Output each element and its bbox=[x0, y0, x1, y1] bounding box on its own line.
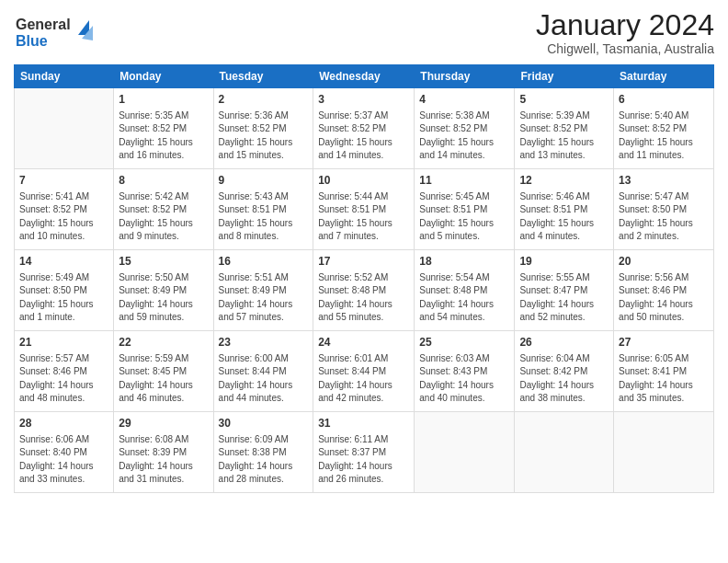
table-row: 15Sunrise: 5:50 AM Sunset: 8:49 PM Dayli… bbox=[114, 250, 213, 331]
day-info: Sunrise: 6:05 AM Sunset: 8:41 PM Dayligh… bbox=[619, 352, 709, 406]
day-number: 7 bbox=[19, 173, 108, 189]
calendar-table: Sunday Monday Tuesday Wednesday Thursday… bbox=[14, 64, 714, 493]
day-info: Sunrise: 5:56 AM Sunset: 8:46 PM Dayligh… bbox=[619, 271, 709, 325]
day-number: 19 bbox=[519, 254, 609, 270]
day-info: Sunrise: 6:11 AM Sunset: 8:37 PM Dayligh… bbox=[318, 433, 409, 487]
calendar-week-row: 1Sunrise: 5:35 AM Sunset: 8:52 PM Daylig… bbox=[15, 88, 714, 169]
table-row: 24Sunrise: 6:01 AM Sunset: 8:44 PM Dayli… bbox=[313, 331, 415, 412]
day-number: 21 bbox=[19, 335, 108, 350]
day-number: 29 bbox=[119, 416, 208, 431]
day-info: Sunrise: 5:43 AM Sunset: 8:51 PM Dayligh… bbox=[219, 190, 309, 244]
col-wednesday: Wednesday bbox=[313, 65, 415, 88]
day-info: Sunrise: 5:57 AM Sunset: 8:46 PM Dayligh… bbox=[19, 352, 108, 406]
table-row: 4Sunrise: 5:38 AM Sunset: 8:52 PM Daylig… bbox=[415, 88, 515, 169]
sub-title: Chigwell, Tasmania, Australia bbox=[536, 41, 714, 56]
day-number: 20 bbox=[619, 254, 709, 270]
day-number: 18 bbox=[419, 254, 509, 270]
table-row: 17Sunrise: 5:52 AM Sunset: 8:48 PM Dayli… bbox=[313, 250, 415, 331]
col-monday: Monday bbox=[114, 65, 213, 88]
day-number: 12 bbox=[519, 173, 609, 189]
day-info: Sunrise: 6:04 AM Sunset: 8:42 PM Dayligh… bbox=[519, 352, 609, 406]
table-row: 21Sunrise: 5:57 AM Sunset: 8:46 PM Dayli… bbox=[15, 331, 114, 412]
table-row: 31Sunrise: 6:11 AM Sunset: 8:37 PM Dayli… bbox=[313, 412, 415, 493]
day-number: 10 bbox=[318, 173, 409, 189]
day-number: 2 bbox=[219, 92, 309, 108]
day-info: Sunrise: 5:59 AM Sunset: 8:45 PM Dayligh… bbox=[119, 352, 208, 406]
calendar-week-row: 7Sunrise: 5:41 AM Sunset: 8:52 PM Daylig… bbox=[15, 169, 714, 250]
day-info: Sunrise: 5:44 AM Sunset: 8:51 PM Dayligh… bbox=[318, 190, 409, 244]
day-number: 22 bbox=[119, 335, 208, 350]
calendar-week-row: 14Sunrise: 5:49 AM Sunset: 8:50 PM Dayli… bbox=[15, 250, 714, 331]
table-row: 30Sunrise: 6:09 AM Sunset: 8:38 PM Dayli… bbox=[213, 412, 313, 493]
day-number: 9 bbox=[219, 173, 309, 189]
calendar-week-row: 21Sunrise: 5:57 AM Sunset: 8:46 PM Dayli… bbox=[15, 331, 714, 412]
title-block: January 2024 Chigwell, Tasmania, Austral… bbox=[536, 9, 714, 56]
day-info: Sunrise: 6:09 AM Sunset: 8:38 PM Dayligh… bbox=[219, 433, 309, 487]
logo-icon: General Blue bbox=[14, 9, 101, 53]
page: General Blue January 2024 Chigwell, Tasm… bbox=[0, 0, 728, 563]
table-row: 10Sunrise: 5:44 AM Sunset: 8:51 PM Dayli… bbox=[313, 169, 415, 250]
table-row: 27Sunrise: 6:05 AM Sunset: 8:41 PM Dayli… bbox=[614, 331, 714, 412]
day-info: Sunrise: 5:45 AM Sunset: 8:51 PM Dayligh… bbox=[419, 190, 509, 244]
col-tuesday: Tuesday bbox=[213, 65, 313, 88]
table-row bbox=[614, 412, 714, 493]
day-number: 8 bbox=[119, 173, 208, 189]
day-number: 27 bbox=[619, 335, 709, 350]
table-row: 19Sunrise: 5:55 AM Sunset: 8:47 PM Dayli… bbox=[515, 250, 614, 331]
calendar-week-row: 28Sunrise: 6:06 AM Sunset: 8:40 PM Dayli… bbox=[15, 412, 714, 493]
table-row: 3Sunrise: 5:37 AM Sunset: 8:52 PM Daylig… bbox=[313, 88, 415, 169]
day-number: 26 bbox=[519, 335, 609, 350]
day-number: 31 bbox=[318, 416, 409, 431]
table-row: 28Sunrise: 6:06 AM Sunset: 8:40 PM Dayli… bbox=[15, 412, 114, 493]
day-info: Sunrise: 5:50 AM Sunset: 8:49 PM Dayligh… bbox=[119, 271, 208, 325]
day-info: Sunrise: 5:46 AM Sunset: 8:51 PM Dayligh… bbox=[519, 190, 609, 244]
table-row: 11Sunrise: 5:45 AM Sunset: 8:51 PM Dayli… bbox=[415, 169, 515, 250]
col-friday: Friday bbox=[515, 65, 614, 88]
logo: General Blue bbox=[14, 9, 101, 57]
table-row: 12Sunrise: 5:46 AM Sunset: 8:51 PM Dayli… bbox=[515, 169, 614, 250]
table-row: 13Sunrise: 5:47 AM Sunset: 8:50 PM Dayli… bbox=[614, 169, 714, 250]
day-info: Sunrise: 5:37 AM Sunset: 8:52 PM Dayligh… bbox=[318, 109, 409, 163]
table-row: 20Sunrise: 5:56 AM Sunset: 8:46 PM Dayli… bbox=[614, 250, 714, 331]
day-number: 14 bbox=[19, 254, 108, 270]
day-info: Sunrise: 6:08 AM Sunset: 8:39 PM Dayligh… bbox=[119, 433, 208, 487]
day-number: 15 bbox=[119, 254, 208, 270]
table-row: 6Sunrise: 5:40 AM Sunset: 8:52 PM Daylig… bbox=[614, 88, 714, 169]
header: General Blue January 2024 Chigwell, Tasm… bbox=[14, 9, 714, 57]
table-row: 22Sunrise: 5:59 AM Sunset: 8:45 PM Dayli… bbox=[114, 331, 213, 412]
day-info: Sunrise: 6:01 AM Sunset: 8:44 PM Dayligh… bbox=[318, 352, 409, 406]
col-sunday: Sunday bbox=[15, 65, 114, 88]
day-info: Sunrise: 5:40 AM Sunset: 8:52 PM Dayligh… bbox=[619, 109, 709, 163]
table-row: 23Sunrise: 6:00 AM Sunset: 8:44 PM Dayli… bbox=[213, 331, 313, 412]
table-row: 5Sunrise: 5:39 AM Sunset: 8:52 PM Daylig… bbox=[515, 88, 614, 169]
day-number: 25 bbox=[419, 335, 509, 350]
day-number: 5 bbox=[519, 92, 609, 108]
table-row: 8Sunrise: 5:42 AM Sunset: 8:52 PM Daylig… bbox=[114, 169, 213, 250]
day-info: Sunrise: 5:47 AM Sunset: 8:50 PM Dayligh… bbox=[619, 190, 709, 244]
day-number: 30 bbox=[219, 416, 309, 431]
day-info: Sunrise: 5:36 AM Sunset: 8:52 PM Dayligh… bbox=[219, 109, 309, 163]
day-info: Sunrise: 5:39 AM Sunset: 8:52 PM Dayligh… bbox=[519, 109, 609, 163]
table-row: 2Sunrise: 5:36 AM Sunset: 8:52 PM Daylig… bbox=[213, 88, 313, 169]
day-number: 4 bbox=[419, 92, 509, 108]
day-info: Sunrise: 5:49 AM Sunset: 8:50 PM Dayligh… bbox=[19, 271, 108, 325]
day-info: Sunrise: 5:35 AM Sunset: 8:52 PM Dayligh… bbox=[119, 109, 208, 163]
day-info: Sunrise: 5:54 AM Sunset: 8:48 PM Dayligh… bbox=[419, 271, 509, 325]
day-number: 3 bbox=[318, 92, 409, 108]
day-number: 24 bbox=[318, 335, 409, 350]
day-info: Sunrise: 5:52 AM Sunset: 8:48 PM Dayligh… bbox=[318, 271, 409, 325]
day-number: 16 bbox=[219, 254, 309, 270]
day-number: 13 bbox=[619, 173, 709, 189]
table-row: 26Sunrise: 6:04 AM Sunset: 8:42 PM Dayli… bbox=[515, 331, 614, 412]
svg-text:General: General bbox=[16, 17, 71, 32]
day-number: 28 bbox=[19, 416, 108, 431]
day-info: Sunrise: 5:51 AM Sunset: 8:49 PM Dayligh… bbox=[219, 271, 309, 325]
table-row bbox=[415, 412, 515, 493]
day-info: Sunrise: 5:38 AM Sunset: 8:52 PM Dayligh… bbox=[419, 109, 509, 163]
day-number: 11 bbox=[419, 173, 509, 189]
day-info: Sunrise: 6:00 AM Sunset: 8:44 PM Dayligh… bbox=[219, 352, 309, 406]
table-row: 14Sunrise: 5:49 AM Sunset: 8:50 PM Dayli… bbox=[15, 250, 114, 331]
day-info: Sunrise: 5:41 AM Sunset: 8:52 PM Dayligh… bbox=[19, 190, 108, 244]
table-row bbox=[515, 412, 614, 493]
day-number: 17 bbox=[318, 254, 409, 270]
